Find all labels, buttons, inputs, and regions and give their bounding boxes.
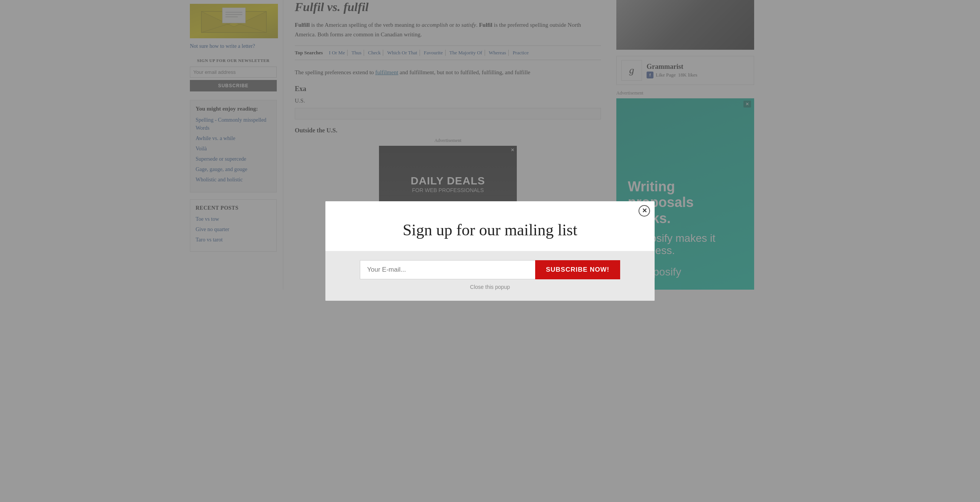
popup-subscribe-button[interactable]: SUBSCRIBE NOW! [535, 260, 620, 279]
popup-modal: ✕ Sign up for our mailing list SUBSCRIBE… [325, 201, 655, 290]
popup-overlay: ✕ Sign up for our mailing list SUBSCRIBE… [0, 0, 980, 290]
popup-close-x-button[interactable]: ✕ [639, 205, 650, 217]
popup-close-link[interactable]: Close this popup [470, 284, 510, 290]
popup-bottom: SUBSCRIBE NOW! Close this popup [325, 251, 655, 290]
popup-title: Sign up for our mailing list [348, 220, 632, 240]
popup-top: Sign up for our mailing list [325, 201, 655, 251]
popup-form-row: SUBSCRIBE NOW! [360, 260, 620, 279]
popup-email-input[interactable] [360, 260, 535, 279]
